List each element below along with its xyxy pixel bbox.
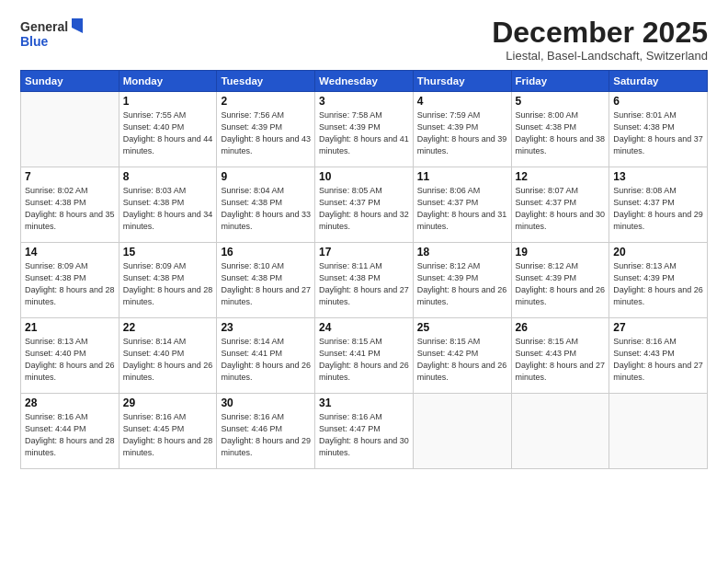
day-number: 28 [25, 396, 115, 409]
cell-content: Sunrise: 7:59 AM Sunset: 4:39 PM Dayligh… [417, 109, 507, 157]
day-number: 4 [417, 95, 507, 108]
sunrise: Sunrise: 8:09 AM [123, 261, 187, 270]
sunset: Sunset: 4:46 PM [221, 424, 282, 433]
day-number: 19 [516, 246, 606, 259]
daylight: Daylight: 8 hours and 32 minutes. [319, 210, 409, 231]
sunset: Sunset: 4:37 PM [417, 198, 479, 207]
table-row: 23 Sunrise: 8:14 AM Sunset: 4:41 PM Dayl… [217, 318, 315, 394]
daylight: Daylight: 8 hours and 28 minutes. [25, 285, 115, 306]
cell-content: Sunrise: 8:06 AM Sunset: 4:37 PM Dayligh… [417, 185, 507, 233]
title-block: December 2025 Liestal, Basel-Landschaft,… [492, 17, 708, 63]
day-number: 20 [613, 246, 703, 259]
sunset: Sunset: 4:47 PM [319, 424, 381, 433]
daylight: Daylight: 8 hours and 37 minutes. [613, 134, 703, 155]
cell-content: Sunrise: 8:16 AM Sunset: 4:44 PM Dayligh… [25, 411, 115, 459]
sunset: Sunset: 4:40 PM [123, 349, 185, 358]
sunset: Sunset: 4:39 PM [221, 122, 282, 132]
table-row: 4 Sunrise: 7:59 AM Sunset: 4:39 PM Dayli… [413, 92, 511, 167]
daylight: Daylight: 8 hours and 43 minutes. [221, 134, 311, 155]
day-number: 7 [25, 170, 115, 183]
sunrise: Sunrise: 8:15 AM [516, 337, 579, 346]
cell-content: Sunrise: 8:12 AM Sunset: 4:39 PM Dayligh… [516, 260, 606, 308]
table-row: 25 Sunrise: 8:15 AM Sunset: 4:42 PM Dayl… [413, 318, 511, 394]
sunrise: Sunrise: 8:13 AM [613, 261, 677, 270]
daylight: Daylight: 8 hours and 26 minutes. [123, 361, 213, 382]
table-row: 31 Sunrise: 8:16 AM Sunset: 4:47 PM Dayl… [315, 394, 414, 469]
table-row: 29 Sunrise: 8:16 AM Sunset: 4:45 PM Dayl… [119, 394, 217, 469]
col-saturday: Saturday [609, 71, 708, 92]
cell-content: Sunrise: 8:13 AM Sunset: 4:39 PM Dayligh… [613, 260, 703, 308]
sunrise: Sunrise: 8:12 AM [516, 261, 579, 270]
cell-content: Sunrise: 8:04 AM Sunset: 4:38 PM Dayligh… [221, 185, 311, 233]
sunrise: Sunrise: 8:14 AM [221, 337, 284, 346]
cell-content: Sunrise: 8:15 AM Sunset: 4:41 PM Dayligh… [319, 336, 409, 384]
cell-content: Sunrise: 8:05 AM Sunset: 4:37 PM Dayligh… [319, 185, 409, 233]
cell-content: Sunrise: 8:15 AM Sunset: 4:43 PM Dayligh… [516, 336, 606, 384]
day-number: 30 [221, 396, 311, 409]
col-monday: Monday [119, 71, 217, 92]
cell-content: Sunrise: 7:55 AM Sunset: 4:40 PM Dayligh… [123, 109, 213, 157]
sunrise: Sunrise: 8:05 AM [319, 186, 382, 195]
daylight: Daylight: 8 hours and 41 minutes. [319, 134, 409, 155]
sunset: Sunset: 4:38 PM [25, 273, 86, 282]
table-row: 26 Sunrise: 8:15 AM Sunset: 4:43 PM Dayl… [511, 318, 609, 394]
cell-content: Sunrise: 7:58 AM Sunset: 4:39 PM Dayligh… [319, 109, 409, 157]
cell-content: Sunrise: 8:16 AM Sunset: 4:47 PM Dayligh… [319, 411, 409, 459]
cell-content: Sunrise: 8:10 AM Sunset: 4:38 PM Dayligh… [221, 260, 311, 308]
sunrise: Sunrise: 7:56 AM [221, 110, 284, 120]
sunrise: Sunrise: 8:07 AM [516, 186, 579, 195]
sunrise: Sunrise: 8:14 AM [123, 337, 187, 346]
daylight: Daylight: 8 hours and 28 minutes. [123, 285, 213, 306]
calendar-header-row: Sunday Monday Tuesday Wednesday Thursday… [21, 71, 708, 92]
daylight: Daylight: 8 hours and 30 minutes. [516, 210, 606, 231]
day-number: 23 [221, 321, 311, 334]
daylight: Daylight: 8 hours and 27 minutes. [516, 361, 606, 382]
col-sunday: Sunday [21, 71, 119, 92]
sunset: Sunset: 4:38 PM [221, 198, 282, 207]
calendar-week-row: 7 Sunrise: 8:02 AM Sunset: 4:38 PM Dayli… [21, 167, 708, 243]
sunrise: Sunrise: 8:10 AM [221, 261, 284, 270]
sunrise: Sunrise: 7:58 AM [319, 110, 382, 120]
sunset: Sunset: 4:40 PM [123, 122, 185, 132]
sunrise: Sunrise: 8:04 AM [221, 186, 284, 195]
svg-text:General: General [20, 19, 68, 34]
calendar: Sunday Monday Tuesday Wednesday Thursday… [20, 70, 708, 469]
table-row: 1 Sunrise: 7:55 AM Sunset: 4:40 PM Dayli… [119, 92, 217, 167]
table-row: 7 Sunrise: 8:02 AM Sunset: 4:38 PM Dayli… [21, 167, 119, 243]
day-number: 1 [123, 95, 213, 108]
table-row: 24 Sunrise: 8:15 AM Sunset: 4:41 PM Dayl… [315, 318, 414, 394]
logo: General Blue [20, 17, 85, 52]
cell-content: Sunrise: 8:07 AM Sunset: 4:37 PM Dayligh… [516, 185, 606, 233]
sunrise: Sunrise: 7:55 AM [123, 110, 187, 120]
sunset: Sunset: 4:41 PM [221, 349, 282, 358]
daylight: Daylight: 8 hours and 44 minutes. [123, 134, 213, 155]
cell-content: Sunrise: 8:14 AM Sunset: 4:40 PM Dayligh… [123, 336, 213, 384]
table-row [21, 92, 119, 167]
daylight: Daylight: 8 hours and 28 minutes. [25, 436, 115, 457]
sunset: Sunset: 4:38 PM [25, 198, 86, 207]
sunrise: Sunrise: 8:11 AM [319, 261, 382, 270]
month-title: December 2025 [492, 17, 708, 49]
col-friday: Friday [511, 71, 609, 92]
daylight: Daylight: 8 hours and 35 minutes. [25, 210, 115, 231]
sunset: Sunset: 4:37 PM [319, 198, 381, 207]
sunrise: Sunrise: 8:08 AM [613, 186, 677, 195]
sunset: Sunset: 4:38 PM [221, 273, 282, 282]
table-row: 21 Sunrise: 8:13 AM Sunset: 4:40 PM Dayl… [21, 318, 119, 394]
cell-content: Sunrise: 8:01 AM Sunset: 4:38 PM Dayligh… [613, 109, 703, 157]
table-row: 6 Sunrise: 8:01 AM Sunset: 4:38 PM Dayli… [609, 92, 708, 167]
day-number: 13 [613, 170, 703, 183]
cell-content: Sunrise: 8:09 AM Sunset: 4:38 PM Dayligh… [25, 260, 115, 308]
col-tuesday: Tuesday [217, 71, 315, 92]
sunset: Sunset: 4:39 PM [516, 273, 577, 282]
sunrise: Sunrise: 8:12 AM [417, 261, 481, 270]
cell-content: Sunrise: 8:13 AM Sunset: 4:40 PM Dayligh… [25, 336, 115, 384]
page: General Blue December 2025 Liestal, Base… [0, 0, 728, 563]
cell-content: Sunrise: 8:16 AM Sunset: 4:43 PM Dayligh… [613, 336, 703, 384]
table-row: 27 Sunrise: 8:16 AM Sunset: 4:43 PM Dayl… [609, 318, 708, 394]
daylight: Daylight: 8 hours and 27 minutes. [221, 285, 311, 306]
sunrise: Sunrise: 8:06 AM [417, 186, 481, 195]
table-row: 14 Sunrise: 8:09 AM Sunset: 4:38 PM Dayl… [21, 243, 119, 318]
sunset: Sunset: 4:39 PM [417, 273, 479, 282]
cell-content: Sunrise: 8:09 AM Sunset: 4:38 PM Dayligh… [123, 260, 213, 308]
